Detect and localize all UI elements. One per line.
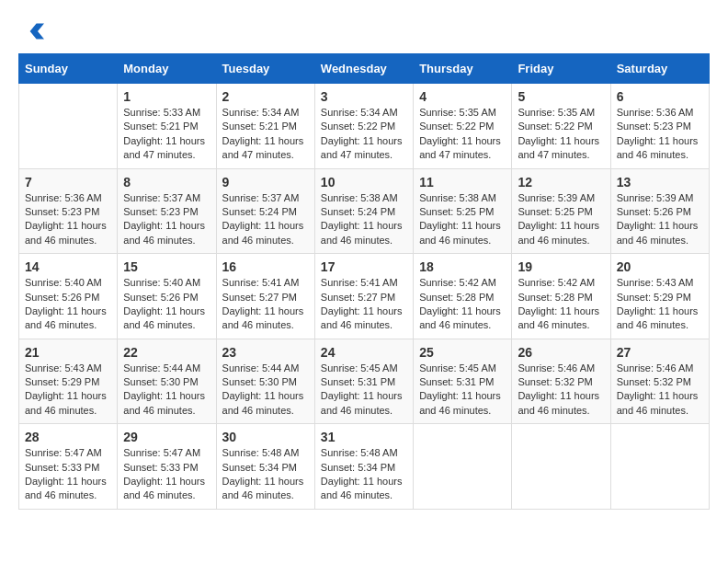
day-info: Sunrise: 5:47 AMSunset: 5:33 PMDaylight:… <box>25 446 111 503</box>
calendar-header: SundayMondayTuesdayWednesdayThursdayFrid… <box>19 54 710 84</box>
logo-icon <box>18 18 44 44</box>
header-sunday: Sunday <box>19 54 118 84</box>
day-number: 15 <box>123 259 210 274</box>
day-number: 17 <box>321 259 407 274</box>
week-row-0: 1Sunrise: 5:33 AMSunset: 5:21 PMDaylight… <box>19 84 710 169</box>
day-info: Sunrise: 5:33 AMSunset: 5:21 PMDaylight:… <box>123 106 210 163</box>
calendar-cell: 10Sunrise: 5:38 AMSunset: 5:24 PMDayligh… <box>314 168 413 254</box>
day-number: 20 <box>617 259 703 274</box>
day-number: 18 <box>419 259 506 274</box>
calendar-cell: 16Sunrise: 5:41 AMSunset: 5:27 PMDayligh… <box>216 254 314 339</box>
week-row-2: 14Sunrise: 5:40 AMSunset: 5:26 PMDayligh… <box>19 254 710 339</box>
calendar-cell: 4Sunrise: 5:35 AMSunset: 5:22 PMDaylight… <box>414 84 512 169</box>
day-number: 3 <box>321 89 407 104</box>
day-info: Sunrise: 5:45 AMSunset: 5:31 PMDaylight:… <box>419 362 506 419</box>
header-saturday: Saturday <box>610 54 709 84</box>
calendar-cell: 22Sunrise: 5:44 AMSunset: 5:30 PMDayligh… <box>118 339 216 424</box>
calendar-cell: 31Sunrise: 5:48 AMSunset: 5:34 PMDayligh… <box>314 424 413 510</box>
day-number: 1 <box>123 89 210 104</box>
day-number: 19 <box>518 259 604 274</box>
calendar-cell: 12Sunrise: 5:39 AMSunset: 5:25 PMDayligh… <box>512 168 610 254</box>
day-number: 26 <box>518 345 604 360</box>
day-number: 5 <box>518 89 604 104</box>
page-header <box>18 18 710 44</box>
calendar-cell: 30Sunrise: 5:48 AMSunset: 5:34 PMDayligh… <box>216 424 314 510</box>
day-number: 16 <box>222 259 309 274</box>
day-info: Sunrise: 5:38 AMSunset: 5:25 PMDaylight:… <box>419 191 506 248</box>
calendar-cell: 13Sunrise: 5:39 AMSunset: 5:26 PMDayligh… <box>610 168 709 254</box>
calendar-cell <box>610 424 709 510</box>
header-row: SundayMondayTuesdayWednesdayThursdayFrid… <box>19 54 710 84</box>
day-info: Sunrise: 5:46 AMSunset: 5:32 PMDaylight:… <box>617 362 703 419</box>
calendar-cell: 20Sunrise: 5:43 AMSunset: 5:29 PMDayligh… <box>610 254 709 339</box>
calendar-cell: 23Sunrise: 5:44 AMSunset: 5:30 PMDayligh… <box>216 339 314 424</box>
calendar-cell <box>414 424 512 510</box>
day-number: 27 <box>617 345 703 360</box>
logo <box>18 18 48 44</box>
day-number: 28 <box>25 430 111 444</box>
day-info: Sunrise: 5:34 AMSunset: 5:22 PMDaylight:… <box>321 106 407 163</box>
calendar-cell: 14Sunrise: 5:40 AMSunset: 5:26 PMDayligh… <box>19 254 118 339</box>
day-info: Sunrise: 5:39 AMSunset: 5:25 PMDaylight:… <box>518 191 604 248</box>
calendar-cell: 7Sunrise: 5:36 AMSunset: 5:23 PMDaylight… <box>19 168 118 254</box>
day-info: Sunrise: 5:45 AMSunset: 5:31 PMDaylight:… <box>321 362 407 419</box>
day-info: Sunrise: 5:48 AMSunset: 5:34 PMDaylight:… <box>321 446 407 503</box>
day-info: Sunrise: 5:47 AMSunset: 5:33 PMDaylight:… <box>123 446 210 503</box>
week-row-1: 7Sunrise: 5:36 AMSunset: 5:23 PMDaylight… <box>19 168 710 254</box>
day-number: 12 <box>518 175 604 190</box>
week-row-3: 21Sunrise: 5:43 AMSunset: 5:29 PMDayligh… <box>19 339 710 424</box>
calendar-cell: 19Sunrise: 5:42 AMSunset: 5:28 PMDayligh… <box>512 254 610 339</box>
day-number: 13 <box>617 175 703 190</box>
day-number: 25 <box>419 345 506 360</box>
day-number: 8 <box>123 175 210 190</box>
calendar-cell: 21Sunrise: 5:43 AMSunset: 5:29 PMDayligh… <box>19 339 118 424</box>
calendar-body: 1Sunrise: 5:33 AMSunset: 5:21 PMDaylight… <box>19 84 710 510</box>
calendar-cell: 6Sunrise: 5:36 AMSunset: 5:23 PMDaylight… <box>610 84 709 169</box>
header-wednesday: Wednesday <box>314 54 413 84</box>
calendar-cell: 5Sunrise: 5:35 AMSunset: 5:22 PMDaylight… <box>512 84 610 169</box>
day-info: Sunrise: 5:35 AMSunset: 5:22 PMDaylight:… <box>518 106 604 163</box>
header-monday: Monday <box>118 54 216 84</box>
day-info: Sunrise: 5:40 AMSunset: 5:26 PMDaylight:… <box>123 276 210 333</box>
day-info: Sunrise: 5:43 AMSunset: 5:29 PMDaylight:… <box>25 362 111 419</box>
calendar-cell: 8Sunrise: 5:37 AMSunset: 5:23 PMDaylight… <box>118 168 216 254</box>
day-info: Sunrise: 5:36 AMSunset: 5:23 PMDaylight:… <box>25 191 111 248</box>
day-info: Sunrise: 5:38 AMSunset: 5:24 PMDaylight:… <box>321 191 407 248</box>
day-info: Sunrise: 5:48 AMSunset: 5:34 PMDaylight:… <box>222 446 309 503</box>
day-info: Sunrise: 5:41 AMSunset: 5:27 PMDaylight:… <box>321 276 407 333</box>
calendar-cell <box>512 424 610 510</box>
day-info: Sunrise: 5:42 AMSunset: 5:28 PMDaylight:… <box>518 276 604 333</box>
calendar-cell: 17Sunrise: 5:41 AMSunset: 5:27 PMDayligh… <box>314 254 413 339</box>
day-info: Sunrise: 5:39 AMSunset: 5:26 PMDaylight:… <box>617 191 703 248</box>
day-info: Sunrise: 5:44 AMSunset: 5:30 PMDaylight:… <box>123 362 210 419</box>
day-number: 23 <box>222 345 309 360</box>
calendar-table: SundayMondayTuesdayWednesdayThursdayFrid… <box>18 53 710 510</box>
calendar-cell: 15Sunrise: 5:40 AMSunset: 5:26 PMDayligh… <box>118 254 216 339</box>
day-number: 2 <box>222 89 309 104</box>
day-number: 9 <box>222 175 309 190</box>
day-info: Sunrise: 5:44 AMSunset: 5:30 PMDaylight:… <box>222 362 309 419</box>
svg-marker-0 <box>30 24 44 40</box>
day-info: Sunrise: 5:43 AMSunset: 5:29 PMDaylight:… <box>617 276 703 333</box>
calendar-cell: 25Sunrise: 5:45 AMSunset: 5:31 PMDayligh… <box>414 339 512 424</box>
day-number: 11 <box>419 175 506 190</box>
calendar-cell: 24Sunrise: 5:45 AMSunset: 5:31 PMDayligh… <box>314 339 413 424</box>
calendar-cell: 11Sunrise: 5:38 AMSunset: 5:25 PMDayligh… <box>414 168 512 254</box>
day-info: Sunrise: 5:35 AMSunset: 5:22 PMDaylight:… <box>419 106 506 163</box>
calendar-cell <box>19 84 118 169</box>
day-info: Sunrise: 5:37 AMSunset: 5:24 PMDaylight:… <box>222 191 309 248</box>
day-number: 22 <box>123 345 210 360</box>
day-number: 30 <box>222 430 309 444</box>
calendar-cell: 18Sunrise: 5:42 AMSunset: 5:28 PMDayligh… <box>414 254 512 339</box>
calendar-cell: 29Sunrise: 5:47 AMSunset: 5:33 PMDayligh… <box>118 424 216 510</box>
header-tuesday: Tuesday <box>216 54 314 84</box>
day-info: Sunrise: 5:46 AMSunset: 5:32 PMDaylight:… <box>518 362 604 419</box>
day-info: Sunrise: 5:37 AMSunset: 5:23 PMDaylight:… <box>123 191 210 248</box>
day-info: Sunrise: 5:34 AMSunset: 5:21 PMDaylight:… <box>222 106 309 163</box>
header-thursday: Thursday <box>414 54 512 84</box>
day-number: 31 <box>321 430 407 444</box>
day-info: Sunrise: 5:40 AMSunset: 5:26 PMDaylight:… <box>25 276 111 333</box>
day-number: 7 <box>25 175 111 190</box>
day-number: 24 <box>321 345 407 360</box>
calendar-cell: 9Sunrise: 5:37 AMSunset: 5:24 PMDaylight… <box>216 168 314 254</box>
